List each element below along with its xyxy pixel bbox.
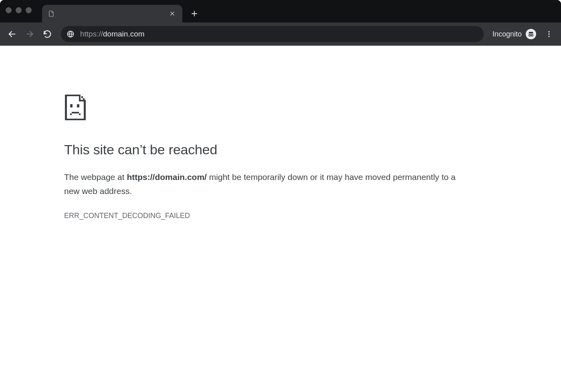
svg-rect-17 xyxy=(79,95,81,101)
svg-rect-19 xyxy=(81,96,83,98)
browser-menu-button[interactable] xyxy=(541,26,557,42)
window-controls[interactable] xyxy=(6,7,32,13)
error-code: ERR_CONTENT_DECODING_FAILED xyxy=(64,212,465,220)
sad-page-icon xyxy=(64,94,87,120)
svg-rect-13 xyxy=(65,95,67,119)
error-desc-before: The webpage at xyxy=(64,172,127,182)
svg-point-11 xyxy=(548,33,549,34)
browser-chrome: https://domain.com Incognito xyxy=(0,0,561,46)
svg-point-12 xyxy=(548,36,549,37)
address-bar[interactable]: https://domain.com xyxy=(61,26,484,42)
error-description: The webpage at https://domain.com/ might… xyxy=(64,170,465,198)
window-zoom-dot[interactable] xyxy=(26,7,32,13)
svg-rect-21 xyxy=(70,104,72,108)
window-minimize-dot[interactable] xyxy=(16,7,22,13)
svg-rect-23 xyxy=(72,112,79,113)
svg-point-10 xyxy=(548,31,549,32)
incognito-indicator[interactable]: Incognito xyxy=(489,29,539,39)
error-desc-url: https://domain.com/ xyxy=(127,172,207,182)
svg-rect-25 xyxy=(79,113,81,115)
svg-rect-18 xyxy=(79,100,86,101)
url-scheme: https:// xyxy=(80,30,103,38)
close-tab-button[interactable] xyxy=(168,9,177,18)
svg-rect-14 xyxy=(65,119,85,120)
url-host: domain.com xyxy=(103,30,145,38)
incognito-icon xyxy=(526,29,536,39)
forward-button[interactable] xyxy=(22,26,38,42)
browser-tab[interactable] xyxy=(42,5,182,22)
page-icon xyxy=(48,10,55,17)
reload-button[interactable] xyxy=(39,26,55,42)
window-close-dot[interactable] xyxy=(6,7,12,13)
svg-point-7 xyxy=(529,34,531,36)
incognito-label: Incognito xyxy=(492,30,522,38)
error-title: This site can’t be reached xyxy=(64,142,465,158)
error-page: This site can’t be reached The webpage a… xyxy=(0,46,465,220)
svg-point-8 xyxy=(531,34,533,36)
svg-rect-20 xyxy=(83,98,85,100)
svg-rect-15 xyxy=(84,100,85,120)
back-button[interactable] xyxy=(4,26,20,42)
svg-rect-22 xyxy=(77,104,79,108)
browser-toolbar: https://domain.com Incognito xyxy=(0,22,561,46)
tab-strip xyxy=(0,0,561,22)
new-tab-button[interactable] xyxy=(187,6,202,21)
svg-rect-16 xyxy=(65,95,79,96)
site-info-icon[interactable] xyxy=(67,30,75,38)
svg-rect-24 xyxy=(70,113,72,115)
